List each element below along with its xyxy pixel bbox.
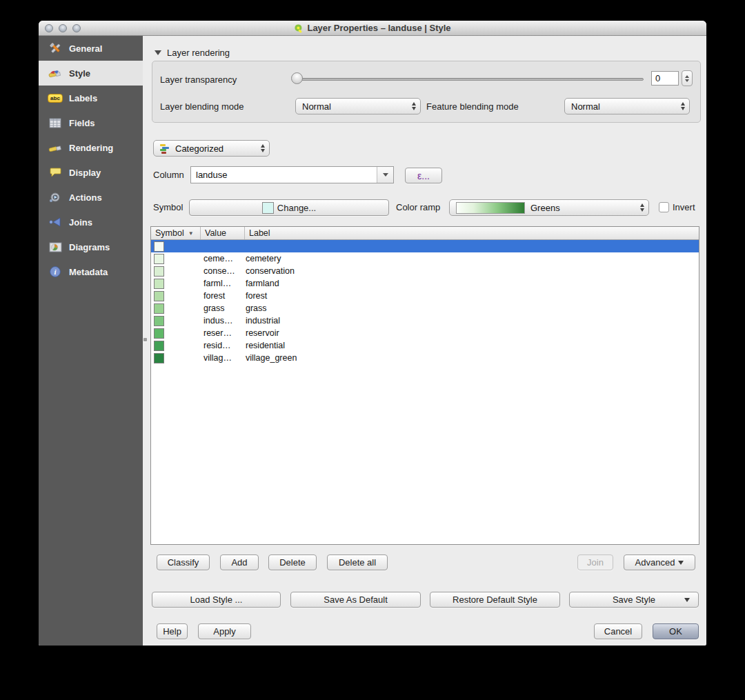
ok-button[interactable]: OK xyxy=(653,623,699,639)
symbol-swatch[interactable] xyxy=(154,241,164,252)
cancel-button[interactable]: Cancel xyxy=(594,623,642,639)
table-row[interactable]: farml… farmland xyxy=(151,277,699,290)
symbol-swatch[interactable] xyxy=(154,266,164,277)
sidebar-item-rendering[interactable]: Rendering xyxy=(39,135,143,160)
column-header-value[interactable]: Value xyxy=(201,227,245,239)
table-row[interactable]: forest forest xyxy=(151,290,699,302)
transparency-stepper[interactable] xyxy=(682,70,693,86)
sidebar-item-general[interactable]: General xyxy=(39,36,143,61)
layer-blending-mode-label: Layer blending mode xyxy=(160,101,244,112)
table-row[interactable]: villag… village_green xyxy=(151,352,699,364)
zoom-button[interactable] xyxy=(72,24,81,32)
popup-stepper-icon xyxy=(412,102,416,110)
apply-button[interactable]: Apply xyxy=(198,623,251,639)
sidebar-item-label: Display xyxy=(69,168,101,178)
pie-chart-icon xyxy=(48,240,63,254)
table-row[interactable]: indus… industrial xyxy=(151,314,699,327)
transparency-slider-track[interactable] xyxy=(295,78,644,81)
label-cell: cemetery xyxy=(246,254,699,263)
layer-transparency-label: Layer transparency xyxy=(160,74,237,85)
sidebar-splitter-handle[interactable] xyxy=(143,334,148,344)
delete-button[interactable]: Delete xyxy=(268,554,317,570)
combo-dropdown-icon[interactable] xyxy=(377,167,393,183)
join-arrow-icon xyxy=(48,215,63,229)
step-down-icon xyxy=(685,79,689,82)
restore-default-style-button[interactable]: Restore Default Style xyxy=(430,592,560,608)
value-cell: villag… xyxy=(203,353,244,363)
sidebar-item-labels[interactable]: abc Labels xyxy=(39,86,143,110)
layer-rendering-section-header[interactable]: Layer rendering xyxy=(155,48,230,58)
symbol-swatch[interactable] xyxy=(154,291,164,301)
symbol-preview-swatch xyxy=(262,202,274,214)
label-cell: conservation xyxy=(246,266,699,276)
help-button[interactable]: Help xyxy=(157,623,188,639)
sidebar-item-fields[interactable]: Fields xyxy=(39,110,143,135)
minimize-button[interactable] xyxy=(59,24,67,32)
add-button[interactable]: Add xyxy=(220,554,259,570)
layer-properties-dialog: Layer Properties – landuse | Style Gener… xyxy=(39,21,706,646)
layer-blending-mode-select[interactable]: Normal xyxy=(295,98,421,114)
save-as-default-button[interactable]: Save As Default xyxy=(290,592,421,608)
sidebar-item-joins[interactable]: Joins xyxy=(39,210,143,234)
sidebar-item-metadata[interactable]: i Metadata xyxy=(39,259,143,284)
column-label: Column xyxy=(153,170,184,180)
table-row[interactable]: resid… residential xyxy=(151,339,699,352)
invert-checkbox[interactable] xyxy=(659,202,669,212)
feature-blending-mode-select[interactable]: Normal xyxy=(564,98,690,114)
symbol-change-button[interactable]: Change... xyxy=(189,199,389,216)
table-row[interactable]: reser… reservoir xyxy=(151,327,699,339)
color-ramp-select[interactable]: Greens xyxy=(449,199,649,216)
symbol-swatch[interactable] xyxy=(154,279,164,289)
column-combobox[interactable]: landuse xyxy=(190,166,394,183)
table-row[interactable]: conse… conservation xyxy=(151,265,699,277)
column-header-label[interactable]: Label xyxy=(245,227,699,239)
load-style-button[interactable]: Load Style ... xyxy=(152,592,281,608)
close-button[interactable] xyxy=(45,24,53,32)
value-cell: ceme… xyxy=(203,254,244,263)
join-button[interactable]: Join xyxy=(577,554,613,570)
classify-button[interactable]: Classify xyxy=(157,554,210,570)
delete-all-button[interactable]: Delete all xyxy=(327,554,388,570)
expression-builder-button[interactable]: ε... xyxy=(405,168,442,183)
greens-ramp-preview xyxy=(456,202,525,214)
symbol-swatch[interactable] xyxy=(154,303,164,314)
paintbrush-icon xyxy=(48,66,63,80)
symbol-swatch[interactable] xyxy=(154,254,164,264)
label-cell: industrial xyxy=(246,316,699,326)
categories-table[interactable]: Symbol ▼ Value Label ceme… cemetery cons… xyxy=(150,226,699,545)
sidebar-item-label: Fields xyxy=(69,118,95,128)
table-header: Symbol ▼ Value Label xyxy=(151,227,699,240)
label-cell: village_green xyxy=(246,353,699,363)
popup-stepper-icon xyxy=(261,144,265,152)
sidebar-item-style[interactable]: Style xyxy=(39,61,143,86)
transparency-value-field[interactable]: 0 xyxy=(651,71,679,86)
title-bar[interactable]: Layer Properties – landuse | Style xyxy=(39,21,706,36)
value-cell: reser… xyxy=(203,328,244,338)
symbol-swatch[interactable] xyxy=(154,341,164,351)
symbol-swatch[interactable] xyxy=(154,316,164,326)
value-cell: resid… xyxy=(203,341,244,350)
sidebar-item-label: Rendering xyxy=(69,143,113,153)
column-header-symbol[interactable]: Symbol ▼ xyxy=(151,227,201,239)
brush-icon xyxy=(48,141,63,154)
save-style-button[interactable]: Save Style xyxy=(569,592,699,608)
renderer-type-select[interactable]: Categorized xyxy=(153,140,270,157)
symbol-swatch[interactable] xyxy=(154,353,164,363)
window-title: Layer Properties – landuse | Style xyxy=(39,23,706,33)
tools-icon xyxy=(48,41,63,55)
table-row[interactable] xyxy=(151,240,699,252)
sidebar-item-label: Labels xyxy=(69,93,97,103)
table-row[interactable]: ceme… cemetery xyxy=(151,252,699,265)
popup-stepper-icon xyxy=(640,203,644,212)
sidebar-item-diagrams[interactable]: Diagrams xyxy=(39,234,143,259)
symbol-swatch[interactable] xyxy=(154,328,164,339)
sidebar-item-actions[interactable]: Actions xyxy=(39,185,143,210)
step-up-icon xyxy=(685,75,689,78)
sidebar-item-label: Diagrams xyxy=(69,242,110,252)
transparency-slider-handle[interactable] xyxy=(291,72,303,84)
sidebar-item-display[interactable]: Display xyxy=(39,160,143,185)
advanced-button[interactable]: Advanced xyxy=(624,554,695,570)
abc-tag-icon: abc xyxy=(48,91,63,105)
table-row[interactable]: grass grass xyxy=(151,302,699,314)
table-icon xyxy=(48,116,63,130)
